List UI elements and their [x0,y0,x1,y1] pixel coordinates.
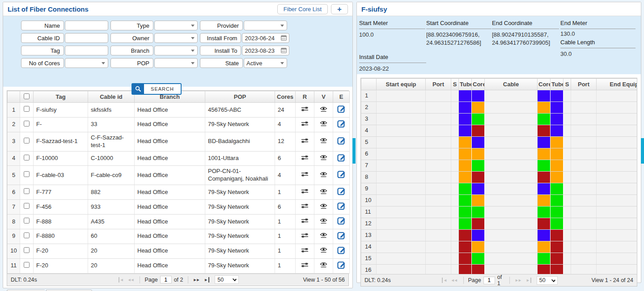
route-icon[interactable] [301,247,309,253]
row-checkbox[interactable] [24,247,30,253]
chevron-down-icon [280,62,284,64]
row-checkbox[interactable] [24,262,30,268]
page-input[interactable] [483,277,495,284]
start-coordinate-field: Start Coordinate [88.9023409675916, 24.9… [426,20,491,46]
view-icon[interactable] [320,137,327,143]
edit-icon[interactable] [337,202,346,210]
no-of-cores-filter-select[interactable] [65,58,108,68]
view-icon[interactable] [320,154,327,160]
prev-page-button[interactable]: ◄◄ [451,278,457,283]
route-icon[interactable] [301,138,309,143]
type-filter-select[interactable] [154,21,198,30]
route-icon[interactable] [301,188,309,194]
end-core-color-cell [538,160,551,172]
start-tube-color-cell [459,230,472,241]
add-connection-button[interactable]: + [331,4,348,14]
cable-id-filter-input[interactable] [65,33,108,43]
row-checkbox[interactable] [24,106,30,112]
panel-resizer-right[interactable] [641,138,644,164]
pop-cell: 79-Sky Network [205,185,275,200]
last-page-button[interactable]: ► [526,278,531,283]
search-button[interactable]: SEARCH [131,83,182,95]
route-icon[interactable] [301,155,309,160]
search-icon [132,84,144,94]
name-filter-input[interactable] [65,21,108,30]
row-checkbox[interactable] [24,218,30,224]
page-input[interactable] [160,276,172,283]
view-icon[interactable] [320,120,327,127]
edit-icon[interactable] [337,170,346,178]
start-tube-color-cell [459,137,472,148]
view-icon[interactable] [320,218,327,224]
edit-icon[interactable] [337,105,346,113]
edit-icon[interactable] [337,246,346,254]
install-from-input[interactable]: 2023-06-24 [242,33,289,43]
install-to-input[interactable]: 2023-08-23 [242,46,289,55]
next-page-button[interactable]: ►► [193,277,199,283]
start-port-cell [426,207,451,218]
route-icon[interactable] [301,262,309,268]
select-all-checkbox[interactable] [24,93,30,99]
row-checkbox[interactable] [24,171,30,177]
chevron-down-icon [191,25,195,27]
edit-icon-cell [333,200,350,215]
cable-cell [485,172,538,183]
route-icon-cell [296,132,314,151]
owner-filter-select[interactable] [154,33,198,43]
page-size-select[interactable]: 50 [537,276,558,285]
cores-cell: 24 [275,103,296,118]
route-icon[interactable] [301,218,309,224]
row-checkbox[interactable] [24,138,30,143]
deactivate-button[interactable]: Deactivate [46,290,92,291]
prev-page-button[interactable]: ◄◄ [127,277,134,283]
row-checkbox[interactable] [24,188,30,194]
edit-icon[interactable] [337,119,346,128]
edit-icon[interactable] [337,216,346,225]
edit-icon[interactable] [337,187,346,195]
edit-icon[interactable] [337,231,346,240]
route-icon[interactable] [301,106,309,112]
start-s-cell [451,218,459,230]
last-page-button[interactable]: ► [204,277,209,283]
edit-icon[interactable] [337,261,346,269]
row-checkbox[interactable] [24,155,30,160]
view-icon[interactable] [320,171,327,177]
row-checkbox[interactable] [24,232,30,238]
end-port-cell [571,90,597,102]
pop-filter-select[interactable] [154,58,198,68]
view-icon[interactable] [320,203,327,209]
table-row: 11F-2020Head Office79-Sky Network1 [8,258,350,273]
panel-resizer-middle[interactable] [352,138,356,164]
pop-filter-label: POP [110,58,153,68]
start-tube-color-cell [459,114,472,125]
first-page-button[interactable]: ◄ [442,278,447,283]
view-icon[interactable] [320,232,327,238]
col-core-end: Core [538,79,551,90]
first-page-button[interactable]: ◄ [119,277,124,283]
row-checkbox[interactable] [24,203,30,209]
install-to-label: Install To [200,46,241,55]
install-from-value: 2023-06-24 [245,35,281,42]
edit-icon[interactable] [337,136,346,145]
row-checkbox[interactable] [24,121,30,127]
activate-button[interactable]: Activate [7,290,45,291]
fiber-core-list-button[interactable]: Fiber Core List [277,4,328,14]
branch-filter-select[interactable] [154,46,198,55]
view-icon-cell [314,166,333,185]
route-icon[interactable] [301,203,309,209]
route-icon[interactable] [301,121,309,127]
route-icon[interactable] [301,232,309,238]
view-icon[interactable] [320,247,327,253]
page-size-select[interactable]: 50 [215,275,239,284]
tag-filter-input[interactable] [65,46,108,55]
view-icon[interactable] [320,106,327,112]
next-page-button[interactable]: ►► [515,278,521,283]
view-icon[interactable] [320,261,327,268]
view-icon[interactable] [320,188,327,194]
route-icon[interactable] [301,171,309,177]
provider-filter-select[interactable] [244,21,287,30]
row-number: 8 [361,172,377,183]
state-filter-select[interactable]: Active [244,58,287,68]
edit-icon[interactable] [337,153,346,162]
view-icon-cell [314,151,333,166]
